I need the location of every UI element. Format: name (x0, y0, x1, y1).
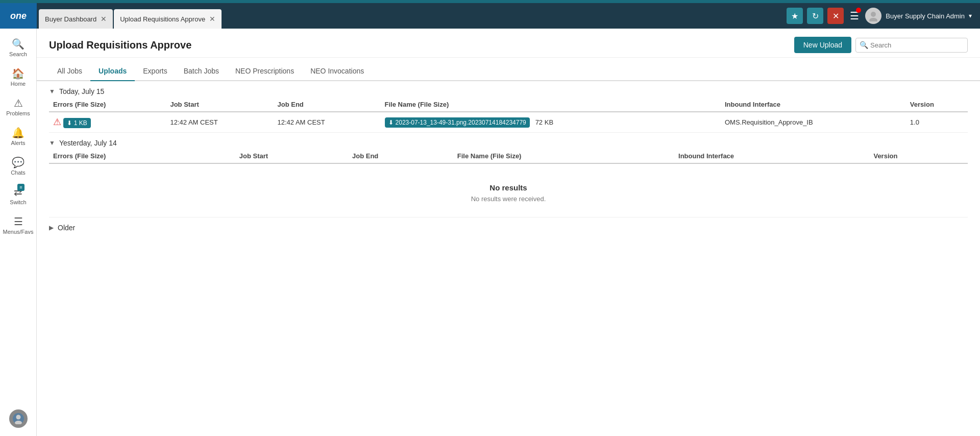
sidebar-item-home[interactable]: 🏠 Home (0, 62, 36, 92)
tab-neo-invocations[interactable]: NEO Invocations (302, 62, 372, 81)
sidebar-label-menus-favs: Menus/Favs (3, 229, 34, 235)
content-area: Upload Requisitions Approve New Upload 🔍… (37, 29, 980, 436)
notification-dot (856, 8, 861, 13)
sidebar: 🔍 Search 🏠 Home ⚠ Problems 🔔 Alerts 💬 Ch… (0, 29, 37, 436)
older-section[interactable]: ▶ Older (37, 217, 980, 238)
sidebar-item-switch[interactable]: ⇄ ≡ Switch (0, 181, 36, 210)
app-header: one Buyer Dashboard ✕ Upload Requisition… (0, 3, 980, 29)
tab-close-upload-req-approve[interactable]: ✕ (209, 15, 215, 22)
avatar (865, 8, 881, 24)
page-actions: New Upload 🔍 (794, 37, 968, 53)
today-chevron-icon: ▼ (49, 88, 55, 95)
sidebar-item-menus-favs[interactable]: ☰ Menus/Favs (0, 210, 36, 240)
menu-button[interactable]: ☰ (848, 8, 861, 24)
sidebar-item-chats[interactable]: 💬 Chats (0, 151, 36, 181)
page-title: Upload Requisitions Approve (49, 39, 191, 51)
today-table: Errors (File Size) Job Start Job End Fil… (49, 98, 968, 133)
today-section-title: Today, July 15 (59, 87, 104, 95)
sidebar-label-switch: Switch (10, 199, 26, 205)
col-errors-y: Errors (File Size) (49, 149, 235, 163)
logo-area[interactable]: one (0, 3, 37, 29)
tab-close-buyer-dashboard[interactable]: ✕ (101, 15, 107, 22)
new-upload-button[interactable]: New Upload (794, 37, 851, 53)
sidebar-item-alerts[interactable]: 🔔 Alerts (0, 122, 36, 151)
search-small-icon: 🔍 (860, 41, 868, 49)
row-file-name: ⬇ 2023-07-13_13-49-31.png.20230714184234… (381, 112, 721, 133)
problems-icon: ⚠ (14, 97, 23, 109)
header-right: ★ ↻ ✕ ☰ Buyer Supply Chain Admin ▾ (778, 3, 980, 29)
sidebar-label-chats: Chats (11, 169, 26, 176)
tab-exports[interactable]: Exports (135, 62, 175, 81)
today-section: ▼ Today, July 15 Errors (File Size) Job … (37, 81, 980, 133)
svg-point-3 (16, 415, 20, 420)
sidebar-label-alerts: Alerts (11, 140, 25, 146)
yesterday-section: ▼ Yesterday, July 14 Errors (File Size) … (37, 133, 980, 217)
older-label: Older (58, 224, 75, 232)
user-chevron-icon: ▾ (969, 12, 972, 19)
row-errors: ⚠ ⬇ 1 KB (49, 112, 166, 133)
yesterday-chevron-icon: ▼ (49, 139, 55, 147)
sidebar-label-search: Search (9, 51, 27, 57)
file-name-badge[interactable]: ⬇ 2023-07-13_13-49-31.png.20230714184234… (385, 117, 530, 128)
row-version: 1.0 (906, 112, 968, 133)
star-button[interactable]: ★ (787, 8, 803, 24)
page-header: Upload Requisitions Approve New Upload 🔍 (37, 29, 980, 58)
user-name: Buyer Supply Chain Admin (886, 12, 965, 20)
col-version-y: Version (869, 149, 968, 163)
tab-buyer-dashboard[interactable]: Buyer Dashboard ✕ (39, 9, 113, 29)
switch-badge: ≡ (17, 184, 24, 191)
tabs-area: Buyer Dashboard ✕ Upload Requisitions Ap… (37, 3, 778, 29)
col-file-name-y: File Name (File Size) (453, 149, 674, 163)
no-results-cell: No results No results were received. (49, 163, 968, 217)
switch-icon: ⇄ ≡ (14, 186, 22, 198)
sidebar-label-home: Home (11, 81, 26, 87)
today-table-header-row: Errors (File Size) Job Start Job End Fil… (49, 98, 968, 112)
error-icon: ⚠ (53, 116, 61, 128)
col-inbound-interface-y: Inbound Interface (674, 149, 869, 163)
logo-text: one (10, 11, 27, 21)
row-inbound-interface: OMS.Requisition_Approve_IB (721, 112, 906, 133)
sidebar-item-search[interactable]: 🔍 Search (0, 33, 36, 62)
row-job-end: 12:42 AM CEST (274, 112, 381, 133)
svg-point-1 (869, 18, 877, 21)
today-section-header[interactable]: ▼ Today, July 15 (49, 81, 968, 98)
sidebar-item-problems[interactable]: ⚠ Problems (0, 92, 36, 122)
errors-file-size: 1 KB (74, 119, 87, 127)
errors-file-badge[interactable]: ⬇ 1 KB (63, 118, 91, 128)
col-job-end: Job End (274, 98, 381, 112)
search-wrap: 🔍 (855, 38, 968, 53)
no-results-container: No results No results were received. (53, 168, 964, 213)
tab-label-buyer-dashboard: Buyer Dashboard (45, 15, 96, 23)
table-row: ⚠ ⬇ 1 KB 12:42 AM CEST 12:42 AM CEST ⬇ 2… (49, 112, 968, 133)
file-download-icon: ⬇ (388, 119, 394, 126)
col-job-end-y: Job End (348, 149, 453, 163)
col-job-start-y: Job Start (235, 149, 348, 163)
col-file-name: File Name (File Size) (381, 98, 721, 112)
alerts-icon: 🔔 (12, 127, 24, 139)
download-icon: ⬇ (67, 119, 72, 127)
chats-icon: 💬 (12, 156, 24, 168)
yesterday-table: Errors (File Size) Job Start Job End Fil… (49, 149, 968, 217)
col-job-start: Job Start (166, 98, 273, 112)
yesterday-section-title: Yesterday, July 14 (59, 139, 117, 147)
tab-all-jobs[interactable]: All Jobs (49, 62, 90, 81)
tab-upload-req-approve[interactable]: Upload Requisitions Approve ✕ (114, 9, 222, 29)
user-area[interactable]: Buyer Supply Chain Admin ▾ (865, 8, 972, 24)
tab-neo-prescriptions[interactable]: NEO Prescriptions (227, 62, 302, 81)
no-results-subtitle: No results were received. (53, 195, 964, 203)
search-input[interactable] (855, 38, 968, 53)
refresh-button[interactable]: ↻ (807, 8, 823, 24)
main-layout: 🔍 Search 🏠 Home ⚠ Problems 🔔 Alerts 💬 Ch… (0, 29, 980, 436)
yesterday-table-header-row: Errors (File Size) Job Start Job End Fil… (49, 149, 968, 163)
no-results-title: No results (53, 183, 964, 192)
tab-batch-jobs[interactable]: Batch Jobs (176, 62, 227, 81)
close-page-button[interactable]: ✕ (827, 8, 844, 24)
user-sidebar-avatar[interactable] (9, 409, 28, 428)
older-chevron-icon: ▶ (49, 224, 54, 231)
row-job-start: 12:42 AM CEST (166, 112, 273, 133)
tab-uploads[interactable]: Uploads (90, 62, 135, 81)
svg-point-0 (871, 12, 876, 17)
yesterday-section-header[interactable]: ▼ Yesterday, July 14 (49, 133, 968, 149)
tab-label-upload-req-approve: Upload Requisitions Approve (120, 15, 205, 23)
page-tabs: All Jobs Uploads Exports Batch Jobs NEO … (37, 62, 980, 81)
